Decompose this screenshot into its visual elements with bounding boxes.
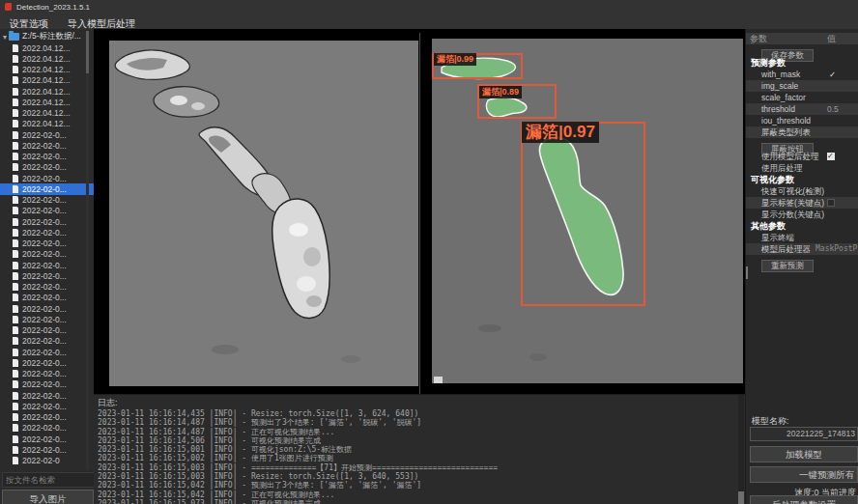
image-panel-divider[interactable] [419, 33, 420, 394]
parameter-table: 保存参数预测参数with_mask✓img_scalescale_factort… [746, 44, 858, 267]
tree-scrollbar[interactable] [86, 31, 89, 470]
postprocess-settings-button[interactable]: 后处理参数设置 [750, 495, 858, 504]
app-logo-icon [5, 3, 12, 11]
parameter-name: 显示标签(关键点) [761, 198, 824, 208]
source-image-canvas[interactable] [109, 41, 418, 386]
file-sidebar: ▾ Z:/5-标注数据/... 2022.04.12...2022.04.12.… [0, 29, 94, 504]
tree-item[interactable]: 2022-02-0... [0, 162, 94, 173]
log-line: 2023-01-11 16:16:15,042 |INFO| - 预测出了3个结… [98, 481, 730, 490]
file-icon [13, 403, 18, 410]
tree-item[interactable]: 2022-02-0... [0, 206, 94, 216]
parameter-row[interactable]: img_scale [746, 80, 858, 92]
tree-item[interactable]: 2022-02-0... [0, 293, 94, 303]
tree-item[interactable]: 2022-02-0... [0, 238, 94, 249]
tree-item-label: 2022.04.12... [22, 119, 71, 128]
parameter-row[interactable]: threshold0.5 [746, 103, 858, 115]
tree-item[interactable]: 2022-02-0... [0, 379, 94, 390]
file-icon [13, 380, 18, 388]
file-icon [13, 326, 18, 334]
file-icon [13, 349, 18, 356]
tree-item[interactable]: 2022-02-0... [0, 216, 94, 227]
menu-bar: 设置选项导入模型后处理 [0, 14, 858, 30]
load-model-button[interactable]: 加载模型 [750, 446, 858, 462]
file-icon [13, 250, 18, 258]
tree-item[interactable]: 2022-02-0... [0, 444, 94, 455]
tree-item[interactable]: 2022.04.12... [0, 97, 94, 107]
tree-item[interactable]: 2022-02-0... [0, 336, 94, 347]
file-icon [13, 457, 18, 464]
tree-item[interactable]: 2022-02-0... [0, 347, 94, 357]
tree-item[interactable]: 2022-02-0... [0, 249, 94, 260]
file-icon [13, 175, 18, 182]
log-scrollbar-thumb[interactable] [738, 491, 744, 504]
caret-down-icon[interactable]: ▾ [3, 33, 7, 42]
tree-item[interactable]: 2022-02-0... [0, 434, 94, 444]
tree-item[interactable]: 2022.04.12... [0, 53, 94, 64]
file-icon [13, 185, 18, 193]
tree-item-label: 2022.04.12... [22, 98, 71, 107]
tree-item[interactable]: 2022.04.12... [0, 65, 94, 75]
tree-item[interactable]: 2022.04.12... [0, 108, 94, 119]
parameter-row[interactable]: 显示终端 [746, 232, 858, 243]
parameter-checkbox[interactable] [827, 199, 835, 207]
parameter-name: 显示终端 [761, 233, 794, 242]
log-line: 2023-01-11 16:16:15,003 |INFO| - =======… [98, 463, 730, 472]
repredict-button[interactable]: 重新预测 [761, 260, 814, 272]
tree-item[interactable]: 2022-02-0... [0, 270, 94, 281]
parameter-row[interactable]: 使用模型后处理 [746, 151, 858, 162]
tree-item-label: 2022-02-0 [22, 456, 60, 465]
tree-item[interactable]: 2022-02-0... [0, 390, 94, 401]
parameter-row[interactable]: 使用后处理 [746, 162, 858, 174]
parameter-row[interactable]: 屏蔽类型列表 [746, 126, 858, 138]
parameter-row[interactable]: 模型后处理器MaskPostPro [746, 243, 858, 255]
tree-item[interactable]: 2022-02-0... [0, 303, 94, 314]
filename-search-input[interactable] [2, 472, 94, 488]
tree-item[interactable]: 2022.04.12... [0, 42, 94, 53]
tree-item[interactable]: 2022-02-0... [0, 173, 94, 183]
parameter-row[interactable]: iou_threshold [746, 115, 858, 126]
parameter-row[interactable]: 显示标签(关键点) [746, 197, 858, 209]
log-scrollbar[interactable] [738, 395, 744, 504]
tree-item[interactable]: 2022.04.12... [0, 119, 94, 129]
tree-item[interactable]: 2022-02-0... [0, 282, 94, 293]
tree-item[interactable]: 2022-02-0... [0, 195, 94, 206]
tree-item[interactable]: 2022-02-0... [0, 423, 94, 434]
parameter-checkbox[interactable] [827, 153, 835, 160]
tree-item[interactable]: 2022-02-0... [0, 401, 94, 411]
file-icon [13, 142, 18, 150]
tree-item[interactable]: 2022.04.12... [0, 86, 94, 97]
tree-item-label: 2022.04.12... [22, 75, 71, 85]
tree-item-label: 2022.04.12... [22, 108, 71, 118]
parameter-name: 模型后处理器 [761, 244, 811, 254]
tree-item[interactable]: 2022-02-0... [0, 183, 94, 194]
log-line: 2023-01-11 16:16:14,435 |INFO| - Resize:… [98, 409, 730, 418]
tree-item[interactable]: 2022-02-0... [0, 357, 94, 368]
predict-all-button[interactable]: 一键预测所有 [750, 466, 858, 483]
parameter-row[interactable]: with_mask✓ [746, 69, 858, 80]
tree-item[interactable]: 2022-02-0... [0, 140, 94, 151]
tree-item[interactable]: 2022-02-0... [0, 325, 94, 336]
panel-scrollbar-thumb[interactable] [746, 266, 748, 279]
parameter-row[interactable]: 快速可视化(检测) [746, 185, 858, 197]
tree-item[interactable]: 2022-02-0... [0, 227, 94, 238]
tree-item[interactable]: 2022-02-0 [0, 456, 94, 466]
tree-item-label: 2022-02-0... [22, 271, 67, 281]
parameter-row[interactable]: 显示分数(关键点) [746, 209, 858, 220]
tree-item[interactable]: 2022-02-0... [0, 260, 94, 270]
log-line: 2023-01-11 16:16:14,506 |INFO| - 可视化预测结果… [98, 436, 730, 445]
tree-item[interactable]: 2022-02-0... [0, 314, 94, 324]
tree-item[interactable]: 2022-02-0... [0, 369, 94, 379]
tree-item[interactable]: 2022-02-0... [0, 129, 94, 140]
tree-item[interactable]: 2022-02-0... [0, 412, 94, 423]
tree-scrollbar-thumb[interactable] [86, 31, 89, 73]
column-value: 值 [827, 33, 836, 44]
parameter-row[interactable]: scale_factor [746, 92, 858, 103]
tree-root-folder[interactable]: ▾ Z:/5-标注数据/... [0, 31, 94, 42]
parameter-button-row: 保存参数 [746, 44, 858, 57]
tree-item[interactable]: 2022-02-0... [0, 152, 94, 162]
parameter-name: img_scale [761, 81, 798, 91]
file-icon [13, 370, 18, 378]
import-images-button[interactable]: 导入图片 [2, 490, 94, 504]
tree-item[interactable]: 2022.04.12... [0, 75, 94, 86]
model-name-field[interactable]: 20221225_174813 [750, 427, 858, 441]
